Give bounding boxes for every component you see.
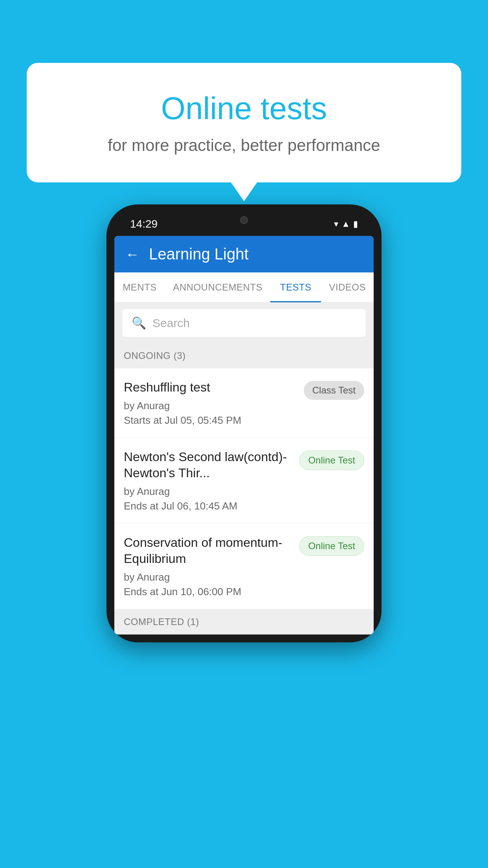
phone-camera (240, 216, 248, 224)
phone-notch (220, 212, 268, 228)
bubble-subtitle: for more practice, better performance (50, 136, 438, 155)
search-container: 🔍 Search (114, 303, 374, 343)
test-name-2: Newton's Second law(contd)-Newton's Thir… (124, 449, 291, 482)
search-input[interactable]: Search (152, 316, 190, 330)
ongoing-label: ONGOING (3) (124, 350, 186, 361)
back-button[interactable]: ← (125, 246, 139, 263)
test-time-2: Ends at Jul 06, 10:45 AM (124, 500, 291, 512)
signal-icon: ▲ (341, 219, 350, 229)
test-badge-1: Class Test (304, 381, 364, 400)
test-time-1: Starts at Jul 05, 05:45 PM (124, 414, 296, 427)
test-name-3: Conservation of momentum-Equilibrium (124, 535, 291, 567)
app-header: ← Learning Light (114, 236, 374, 272)
tabs-bar: MENTS ANNOUNCEMENTS TESTS VIDEOS (114, 272, 374, 303)
speech-bubble-section: Online tests for more practice, better p… (27, 63, 461, 182)
tab-videos[interactable]: VIDEOS (321, 272, 374, 302)
speech-bubble: Online tests for more practice, better p… (27, 63, 461, 182)
status-icons: ▾ ▲ ▮ (334, 219, 358, 229)
test-item[interactable]: Newton's Second law(contd)-Newton's Thir… (114, 438, 374, 524)
ongoing-section-header: ONGOING (3) (114, 343, 374, 368)
tab-tests[interactable]: TESTS (270, 272, 321, 302)
test-info-3: Conservation of momentum-Equilibrium by … (124, 535, 299, 598)
completed-section-header: COMPLETED (1) (114, 609, 374, 634)
battery-icon: ▮ (353, 219, 358, 229)
phone-frame: 14:29 ▾ ▲ ▮ ← Learning Light MENTS (106, 204, 382, 642)
wifi-icon: ▾ (334, 219, 338, 229)
search-icon: 🔍 (132, 316, 146, 330)
test-item[interactable]: Conservation of momentum-Equilibrium by … (114, 524, 374, 609)
test-author-2: by Anurag (124, 485, 291, 498)
phone-device: 14:29 ▾ ▲ ▮ ← Learning Light MENTS (106, 204, 382, 642)
test-time-3: Ends at Jun 10, 06:00 PM (124, 586, 291, 598)
phone-screen: ← Learning Light MENTS ANNOUNCEMENTS TES… (114, 236, 374, 634)
completed-label: COMPLETED (1) (124, 616, 199, 627)
test-author-1: by Anurag (124, 400, 296, 412)
bubble-title: Online tests (50, 90, 438, 127)
tab-ments[interactable]: MENTS (114, 272, 165, 302)
tests-list: Reshuffling test by Anurag Starts at Jul… (114, 368, 374, 609)
status-bar: 14:29 ▾ ▲ ▮ (114, 212, 374, 236)
tab-announcements[interactable]: ANNOUNCEMENTS (165, 272, 270, 302)
status-time: 14:29 (130, 218, 158, 230)
test-item[interactable]: Reshuffling test by Anurag Starts at Jul… (114, 368, 374, 438)
test-badge-3: Online Test (299, 536, 364, 556)
test-badge-2: Online Test (299, 451, 364, 470)
test-author-3: by Anurag (124, 571, 291, 583)
test-name-1: Reshuffling test (124, 379, 296, 396)
search-input-wrap[interactable]: 🔍 Search (122, 309, 366, 337)
app-title: Learning Light (149, 245, 249, 263)
test-info-2: Newton's Second law(contd)-Newton's Thir… (124, 449, 299, 512)
test-info-1: Reshuffling test by Anurag Starts at Jul… (124, 379, 304, 427)
